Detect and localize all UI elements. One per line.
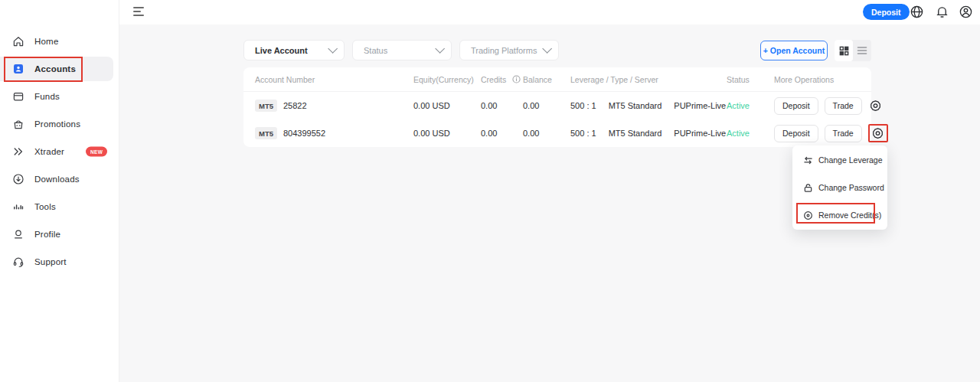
chevron-down-icon [435, 44, 445, 54]
globe-icon[interactable] [910, 5, 924, 19]
sidebar-item-promotions[interactable]: Promotions [0, 110, 119, 138]
leverage-value: 500 : 1 [570, 129, 596, 138]
col-credits: Credits [469, 75, 511, 84]
home-icon [11, 35, 24, 48]
collapse-menu-icon[interactable] [133, 7, 145, 18]
change-leverage-icon [803, 155, 813, 165]
promotions-icon [11, 118, 24, 131]
annotation-box-gear [868, 124, 888, 142]
sidebar-item-label: Accounts [34, 64, 76, 73]
sidebar-item-label: Promotions [34, 119, 80, 129]
status-select[interactable]: Status [352, 40, 452, 60]
sidebar-item-label: Downloads [34, 175, 80, 184]
status-placeholder: Status [364, 46, 387, 55]
sidebar-item-support[interactable]: Support [0, 248, 119, 276]
sidebar-item-downloads[interactable]: Downloads [0, 165, 119, 193]
row-deposit-button[interactable]: Deposit [774, 125, 818, 142]
profile-icon [11, 228, 24, 241]
menu-item-label: Change Leverage [818, 155, 882, 165]
col-equity: Equity(Currency) [402, 75, 469, 84]
credits-value: 0.00 [469, 101, 511, 110]
downloads-icon [11, 173, 24, 186]
accounts-icon [11, 63, 24, 76]
account-number: 804399552 [283, 129, 325, 138]
equity-value: 0.00 USD [402, 129, 469, 138]
open-account-button[interactable]: + Open Account [760, 41, 828, 60]
col-more-operations: More Operations [763, 75, 871, 84]
sidebar-item-profile[interactable]: Profile [0, 220, 119, 248]
sidebar-item-funds[interactable]: Funds [0, 83, 119, 110]
row-deposit-button[interactable]: Deposit [774, 97, 818, 115]
sidebar-item-label: Funds [34, 92, 60, 101]
platform-badge: MT5 [255, 100, 277, 112]
trading-platforms-select[interactable]: Trading Platforms [459, 40, 559, 60]
bell-icon[interactable] [935, 5, 949, 19]
menu-item-remove-credits[interactable]: Remove Credit(s) [792, 201, 887, 229]
chevron-down-icon [328, 44, 338, 54]
list-view-toggle[interactable] [853, 40, 871, 61]
puprime-dashboard: PUPRIME Deposit [0, 0, 980, 382]
settings-gear-icon[interactable] [871, 126, 886, 141]
menu-item-label: Change Password [818, 183, 884, 192]
accounts-table: Account Number Equity(Currency) Credits … [243, 67, 871, 147]
trading-platforms-placeholder: Trading Platforms [471, 46, 537, 55]
sidebar: Home Accounts Funds [0, 0, 119, 382]
top-bar: PUPRIME Deposit [0, 0, 980, 24]
balance-value: 0.00 [511, 101, 559, 110]
table-header-row: Account Number Equity(Currency) Credits … [243, 67, 871, 92]
credits-value: 0.00 [469, 129, 511, 138]
col-balance: Balance [511, 75, 559, 84]
col-leverage-type-server: Leverage / Type / Server [559, 75, 715, 84]
table-row: MT5 804399552 0.00 USD 0.00 0.00 500 : 1… [243, 119, 871, 147]
change-password-icon [803, 183, 813, 193]
menu-item-change-leverage[interactable]: Change Leverage [792, 146, 887, 174]
account-type: MT5 Standard [609, 101, 662, 110]
sidebar-item-label: Xtrader [34, 147, 64, 156]
table-row: MT5 25822 0.00 USD 0.00 0.00 500 : 1 MT5… [243, 92, 871, 119]
balance-value: 0.00 [511, 129, 559, 138]
settings-gear-icon[interactable] [868, 98, 884, 113]
sidebar-item-label: Home [34, 37, 58, 46]
chevron-down-icon [542, 44, 552, 54]
equity-value: 0.00 USD [402, 101, 469, 110]
avatar-icon[interactable] [959, 5, 973, 19]
xtrader-icon [11, 145, 24, 158]
account-number: 25822 [283, 101, 307, 110]
row-trade-button[interactable]: Trade [825, 125, 862, 142]
support-icon [11, 256, 24, 269]
col-account-number: Account Number [243, 75, 402, 84]
operations-menu: Change Leverage Change Password Remove C… [792, 145, 887, 230]
grid-view-toggle[interactable] [835, 40, 853, 61]
status-badge: Active [715, 129, 763, 138]
deposit-button[interactable]: Deposit [863, 4, 910, 20]
sidebar-item-tools[interactable]: Tools [0, 193, 119, 220]
leverage-value: 500 : 1 [570, 101, 596, 110]
account-type-value: Live Account [255, 46, 308, 55]
row-trade-button[interactable]: Trade [825, 97, 862, 115]
status-badge: Active [715, 101, 763, 110]
sidebar-item-xtrader[interactable]: Xtrader NEW [0, 138, 119, 165]
col-status: Status [715, 75, 763, 84]
tools-icon [11, 201, 24, 214]
account-type: MT5 Standard [609, 129, 662, 138]
menu-item-label: Remove Credit(s) [818, 211, 881, 220]
menu-item-change-password[interactable]: Change Password [792, 174, 887, 201]
funds-icon [11, 90, 24, 103]
sidebar-item-accounts[interactable]: Accounts [0, 55, 119, 83]
sidebar-item-home[interactable]: Home [0, 28, 119, 55]
sidebar-item-label: Support [34, 257, 67, 266]
account-type-select[interactable]: Live Account [243, 40, 345, 60]
sidebar-item-label: Profile [34, 230, 60, 239]
view-mode-toggle [835, 40, 871, 61]
platform-badge: MT5 [255, 127, 277, 139]
new-badge: NEW [86, 147, 107, 157]
remove-credits-icon [803, 211, 813, 220]
sidebar-item-label: Tools [34, 202, 56, 211]
